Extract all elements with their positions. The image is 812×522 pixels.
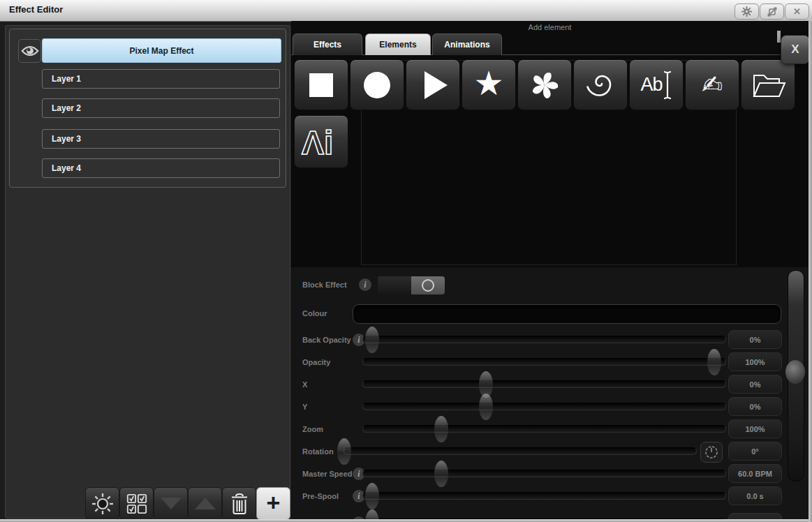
settings-button[interactable]: [735, 3, 759, 20]
pre-spool-value[interactable]: 0.0 s: [728, 486, 782, 505]
circle-icon: [364, 72, 390, 98]
property-row-back-opacity: Back Opacity i 0%: [291, 329, 809, 351]
block-effect-toggle[interactable]: [377, 276, 445, 295]
pixel-map-effect-button[interactable]: Pixel Map Effect: [42, 38, 281, 63]
zoom-slider[interactable]: [362, 425, 726, 433]
sun-icon: [91, 493, 114, 515]
layer-3-button[interactable]: Layer 3: [42, 129, 280, 149]
element-tile-circle[interactable]: [350, 59, 404, 110]
property-label: Opacity: [302, 351, 330, 373]
property-label: Block Effect: [302, 274, 347, 296]
text-tool-icon: Ab: [640, 70, 672, 100]
property-label: Back Opacity: [302, 329, 351, 351]
property-row-zoom: Zoom 100%: [291, 418, 809, 440]
open-folder-icon: [750, 71, 786, 99]
property-row-y: Y 0%: [291, 396, 809, 418]
trash-icon: [229, 493, 250, 515]
properties-scrollbar-thumb[interactable]: [785, 360, 805, 384]
select-layers-button[interactable]: [119, 487, 154, 520]
writing-hand-icon: ✍: [702, 73, 723, 98]
slider-handle[interactable]: [365, 483, 379, 509]
rotation-clock-button[interactable]: [700, 442, 723, 463]
back-opacity-value[interactable]: 0%: [728, 330, 782, 349]
panel-close-button[interactable]: X: [781, 35, 810, 64]
rotation-slider[interactable]: [344, 447, 697, 455]
opacity-slider[interactable]: [362, 358, 726, 366]
move-down-button[interactable]: [154, 487, 188, 520]
slider-handle[interactable]: [434, 461, 448, 487]
tab-animations[interactable]: Animations: [432, 33, 502, 55]
fan-icon: [528, 68, 561, 102]
layer-2-button[interactable]: Layer 2: [42, 98, 280, 118]
element-tile-spiral[interactable]: [573, 59, 628, 110]
element-tile-open-file[interactable]: [741, 59, 795, 110]
property-row-rotation: Rotation 0°: [291, 440, 809, 463]
tab-effects[interactable]: Effects: [293, 33, 362, 55]
element-tile-fan[interactable]: [517, 59, 572, 110]
property-label: Zoom: [302, 418, 323, 440]
tab-elements[interactable]: Elements: [365, 33, 431, 55]
slider-handle[interactable]: [365, 327, 379, 353]
property-row-x: X 0%: [291, 373, 809, 396]
property-row-opacity: Opacity 100%: [291, 351, 809, 373]
resize-arrows-icon: [767, 6, 778, 17]
add-layer-button[interactable]: +: [256, 487, 290, 520]
brightness-button[interactable]: [85, 487, 119, 520]
slider-handle[interactable]: [479, 394, 493, 420]
element-tile-freehand[interactable]: ✍: [685, 59, 739, 110]
rotation-value[interactable]: 0°: [728, 442, 782, 461]
panel-header: Add element: [291, 23, 809, 31]
visibility-button[interactable]: [18, 39, 41, 63]
y-value[interactable]: 0%: [728, 397, 782, 416]
x-slider[interactable]: [362, 380, 726, 388]
master-speed-value[interactable]: 60.0 BPM: [728, 464, 782, 483]
slider-handle[interactable]: [434, 416, 448, 442]
property-label: Rotation: [302, 440, 334, 463]
add-element-panel: Add element Effects Elements Animations …: [291, 21, 809, 522]
y-slider[interactable]: [362, 403, 726, 410]
resize-button[interactable]: [760, 3, 784, 20]
back-opacity-slider[interactable]: [362, 336, 726, 343]
slider-handle[interactable]: [337, 438, 351, 465]
ai-logo-icon: Λi: [299, 124, 344, 160]
square-icon: [309, 73, 333, 97]
star-icon: ★: [473, 66, 503, 100]
property-row-colour: Colour: [291, 302, 809, 325]
elements-grid: ★: [291, 56, 809, 267]
layer-1-button[interactable]: Layer 1: [42, 69, 280, 89]
slider-handle[interactable]: [707, 349, 721, 375]
property-label: Master Speed: [302, 463, 353, 485]
zoom-value[interactable]: 100%: [728, 419, 782, 438]
element-tile-square[interactable]: [294, 59, 348, 110]
plus-icon: +: [267, 491, 281, 514]
effect-layers-panel: Pixel Map Effect Layer 1 Layer 2 Layer 3…: [5, 25, 290, 519]
window-bottom-edge: [0, 519, 812, 522]
element-tile-text[interactable]: Ab: [629, 59, 684, 110]
checkboxes-icon: [126, 493, 148, 515]
info-icon[interactable]: i: [359, 278, 371, 291]
down-arrow-icon: [161, 498, 182, 509]
properties-panel: Block Effect i Colour Back Opacity i 0%: [291, 267, 809, 522]
master-speed-slider[interactable]: [362, 470, 726, 477]
triangle-icon: [425, 71, 448, 99]
move-up-button[interactable]: [188, 487, 222, 520]
property-label: Y: [302, 396, 307, 418]
effect-editor-window: Effect Editor: [0, 0, 812, 522]
toggle-knob: [422, 279, 434, 292]
property-label: Pre-Spool: [302, 485, 339, 507]
property-label: Colour: [302, 302, 327, 325]
gear-icon: [741, 6, 752, 17]
property-label: X: [302, 373, 307, 396]
element-tile-ai-media[interactable]: Λi: [294, 115, 348, 168]
window-close-button[interactable]: ✕: [785, 3, 809, 20]
x-value[interactable]: 0%: [728, 375, 782, 394]
opacity-value[interactable]: 100%: [728, 352, 782, 371]
delete-button[interactable]: [222, 487, 256, 520]
element-tile-triangle[interactable]: [406, 59, 460, 110]
layer-4-button[interactable]: Layer 4: [42, 158, 280, 178]
pre-spool-slider[interactable]: [362, 492, 726, 500]
element-tile-star[interactable]: ★: [462, 59, 516, 110]
spiral-icon: [584, 69, 617, 101]
colour-swatch[interactable]: [353, 304, 781, 324]
window-title: Effect Editor: [9, 4, 63, 15]
